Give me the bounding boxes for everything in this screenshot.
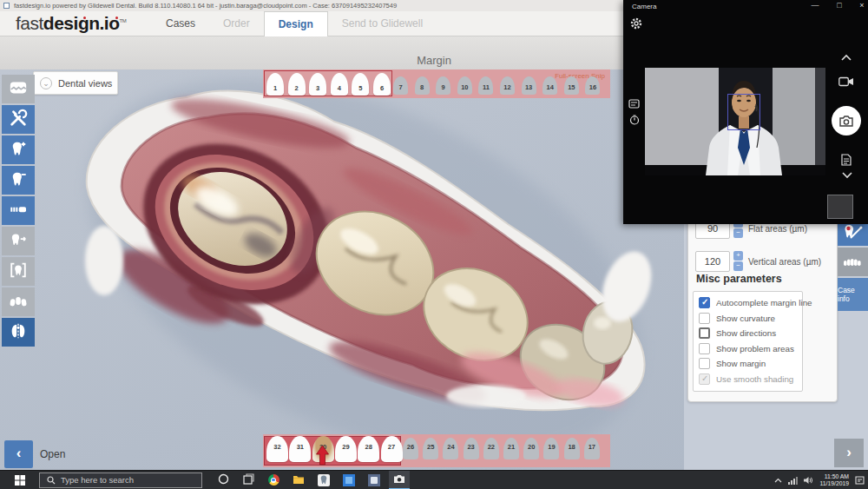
checkbox[interactable] [699,327,710,339]
stepper-minus[interactable]: − [733,261,743,271]
tooth-13[interactable]: 13 [522,76,536,95]
tooth-6[interactable]: 6 [373,73,391,96]
last-photo-thumbnail[interactable] [827,195,853,219]
tooth-32[interactable]: 32 [266,436,288,462]
sidebar-tool-remove-material[interactable] [2,166,35,195]
vertical-areas-input[interactable] [695,251,730,272]
checkbox[interactable] [699,373,710,385]
checkbox-row-show-curvature[interactable]: Show curvature [699,311,802,327]
clock[interactable]: 11:50 AM 11/19/2019 [819,473,849,487]
tooth-9[interactable]: 9 [436,76,450,95]
volume-icon[interactable] [804,476,813,485]
action-center-icon[interactable] [855,476,865,485]
tooth-18[interactable]: 18 [564,438,580,459]
hdr-icon[interactable] [628,99,640,109]
checkbox-row-autocomplete-margin-line[interactable]: Autocomplete margin line [699,295,802,311]
taskbar-search-box[interactable]: Type here to search [39,472,202,488]
next-button[interactable]: › [834,439,864,467]
sidebar-tool-add-material[interactable] [2,135,35,164]
chevron-down-icon[interactable] [841,171,853,179]
tooth-number: 23 [464,443,479,451]
start-button[interactable] [0,471,39,489]
camera-active-icon [393,472,405,487]
case-info-label: Case info [838,286,868,303]
taskbar-icon-dental-app[interactable] [313,471,334,489]
maximize-button[interactable]: □ [830,0,849,11]
sidebar-tool-repair-tools[interactable] [2,105,35,134]
sidebar-tool-thickness[interactable] [2,196,35,225]
sidebar-tool-arch-view[interactable] [2,287,35,316]
checkbox-row-use-smooth-shading[interactable]: Use smooth shading [699,372,802,387]
taskbar: Type here to search 11:50 AM 11/19/2019 [0,470,868,489]
tooth-26[interactable]: 26 [403,438,418,459]
chevron-up-icon[interactable] [774,478,782,484]
taskbar-icon-media-app[interactable] [364,471,385,489]
stepper-minus[interactable]: − [733,228,743,238]
tab-cases[interactable]: Cases [152,11,209,36]
tooth-23[interactable]: 23 [464,438,479,459]
tooth-15[interactable]: 15 [564,76,579,95]
tab-order[interactable]: Order [209,11,264,36]
tooth-10[interactable]: 10 [457,76,472,95]
tooth-12[interactable]: 12 [500,76,515,95]
tooth-8[interactable]: 8 [415,76,430,95]
tooth-27[interactable]: 27 [381,436,403,462]
tab-send-to-glidewell[interactable]: Send to Glidewell [328,11,437,36]
sidebar-tool-insertion-direction[interactable] [2,227,35,255]
video-mode-icon[interactable] [838,76,854,87]
chevron-up-icon[interactable] [840,54,852,62]
tooth-7[interactable]: 7 [393,76,408,95]
back-button[interactable]: ‹ [4,440,33,468]
tooth-19[interactable]: 19 [543,438,559,459]
taskbar-icon-photos[interactable] [339,471,359,489]
taskbar-icon-chrome[interactable] [263,471,284,489]
tooth-11[interactable]: 11 [478,76,493,95]
capture-photo-button[interactable] [832,106,861,135]
tooth-arrow-icon [9,230,28,253]
tooth-number: 25 [423,443,438,451]
vertical-areas-stepper[interactable]: +− [733,251,744,272]
tooth-17[interactable]: 17 [584,438,600,459]
sidebar-tool-split-view[interactable] [2,318,35,347]
checkbox-row-show-problem-areas[interactable]: Show problem areas [699,341,802,357]
tooth-14[interactable]: 14 [542,76,557,95]
tooth-1[interactable]: 1 [266,73,284,96]
tooth-number: 20 [523,443,539,451]
screen: Margin fastdesign.io powered by Glidewel… [0,0,868,489]
checkbox-label: Show directions [716,328,776,338]
checkbox[interactable] [699,343,710,354]
tooth-29[interactable]: 29 [335,436,357,462]
stepper-plus[interactable]: + [733,251,743,261]
tooth-number: 6 [373,84,391,92]
taskbar-icon-camera-active[interactable] [389,471,410,489]
open-label: Open [40,448,65,460]
sidebar-tool-tooth-clamp[interactable] [2,257,35,286]
sidebar-tool-margin-tool[interactable] [2,75,35,103]
network-icon[interactable] [788,477,798,485]
tooth-2[interactable]: 2 [288,73,306,96]
taskbar-icon-cortana[interactable] [213,471,233,489]
timer-icon[interactable] [629,115,640,125]
minimize-button[interactable]: — [806,0,825,11]
close-button[interactable]: × [852,0,868,11]
tooth-24[interactable]: 24 [443,438,458,459]
camera-settings-gear-icon[interactable] [630,17,642,30]
dental-views-button[interactable]: ⌄ Dental views [33,71,118,95]
taskbar-icon-task-view[interactable] [238,471,259,489]
teeth-row-view[interactable] [838,248,868,276]
tooth-20[interactable]: 20 [523,438,539,459]
tooth-explorer-icon [843,223,864,241]
checkbox[interactable] [699,358,710,369]
checkbox[interactable] [699,297,710,308]
document-mode-icon[interactable] [841,154,852,166]
checkbox-row-show-directions[interactable]: Show directions [699,326,802,341]
checkbox[interactable] [699,313,710,324]
taskbar-icon-file-explorer[interactable] [288,471,309,489]
tooth-21[interactable]: 21 [503,438,519,459]
case-info-tab[interactable]: Case info [838,278,868,311]
tooth-25[interactable]: 25 [423,438,438,459]
tooth-4[interactable]: 4 [331,73,348,96]
checkbox-row-show-margin[interactable]: Show margin [699,356,802,372]
tooth-22[interactable]: 22 [483,438,499,459]
tab-design[interactable]: Design [264,11,328,36]
